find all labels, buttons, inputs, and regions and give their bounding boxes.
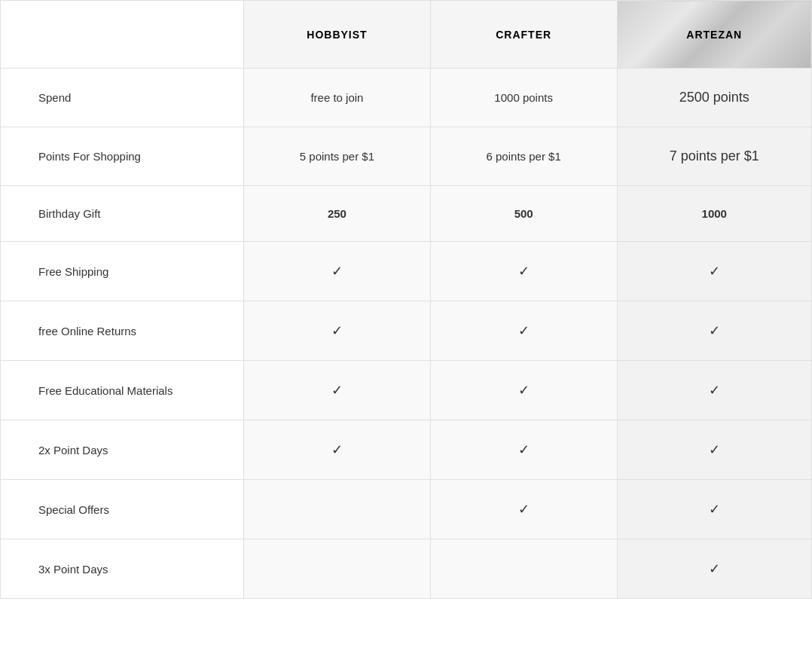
artezan-cell: ✓: [617, 539, 812, 599]
artezan-cell: 7 points per $1: [617, 127, 812, 186]
feature-cell: 2x Point Days: [1, 420, 244, 480]
table-row: 2x Point Days✓✓✓: [1, 420, 812, 480]
artezan-cell: 1000: [617, 186, 812, 242]
header-artezan: ARTEZAN: [617, 1, 812, 69]
feature-cell: free Online Returns: [1, 301, 244, 361]
table-row: Spendfree to join1000 points2500 points: [1, 69, 812, 127]
table-row: Points For Shopping5 points per $16 poin…: [1, 127, 812, 186]
header-empty-col: [1, 1, 244, 69]
crafter-cell: ✓: [430, 301, 617, 361]
hobbyist-cell: ✓: [244, 301, 431, 361]
table-row: Birthday Gift2505001000: [1, 186, 812, 242]
crafter-cell: ✓: [430, 420, 617, 480]
hobbyist-cell: ✓: [244, 242, 431, 301]
hobbyist-cell: free to join: [244, 69, 431, 127]
table-row: 3x Point Days✓: [1, 539, 812, 599]
hobbyist-cell: [244, 539, 431, 599]
hobbyist-label: HOBBYIST: [307, 29, 367, 41]
artezan-cell: ✓: [617, 361, 812, 420]
table-row: free Online Returns✓✓✓: [1, 301, 812, 361]
hobbyist-cell: 250: [244, 186, 431, 242]
feature-cell: 3x Point Days: [1, 539, 244, 599]
crafter-cell: ✓: [430, 480, 617, 539]
feature-cell: Free Shipping: [1, 242, 244, 301]
table-row: Free Educational Materials✓✓✓: [1, 361, 812, 420]
crafter-cell: 1000 points: [430, 69, 617, 127]
crafter-cell: [430, 539, 617, 599]
header-crafter: CRAFTER: [430, 1, 617, 69]
hobbyist-cell: ✓: [244, 361, 431, 420]
crafter-label: CRAFTER: [496, 29, 551, 41]
crafter-cell: ✓: [430, 361, 617, 420]
hobbyist-cell: [244, 480, 431, 539]
feature-cell: Spend: [1, 69, 244, 127]
header-hobbyist: HOBBYIST: [244, 1, 431, 69]
feature-cell: Birthday Gift: [1, 186, 244, 242]
artezan-cell: ✓: [617, 242, 812, 301]
artezan-cell: 2500 points: [617, 69, 812, 127]
comparison-table: HOBBYIST CRAFTER ARTEZAN Spendfree to jo…: [0, 0, 812, 599]
crafter-cell: 6 points per $1: [430, 127, 617, 186]
crafter-cell: 500: [430, 186, 617, 242]
feature-cell: Special Offers: [1, 480, 244, 539]
artezan-cell: ✓: [617, 480, 812, 539]
hobbyist-cell: ✓: [244, 420, 431, 480]
table-row: Special Offers✓✓: [1, 480, 812, 539]
crafter-cell: ✓: [430, 242, 617, 301]
table-row: Free Shipping✓✓✓: [1, 242, 812, 301]
feature-cell: Free Educational Materials: [1, 361, 244, 420]
artezan-label: ARTEZAN: [686, 29, 742, 41]
artezan-cell: ✓: [617, 301, 812, 361]
hobbyist-cell: 5 points per $1: [244, 127, 431, 186]
feature-cell: Points For Shopping: [1, 127, 244, 186]
artezan-cell: ✓: [617, 420, 812, 480]
